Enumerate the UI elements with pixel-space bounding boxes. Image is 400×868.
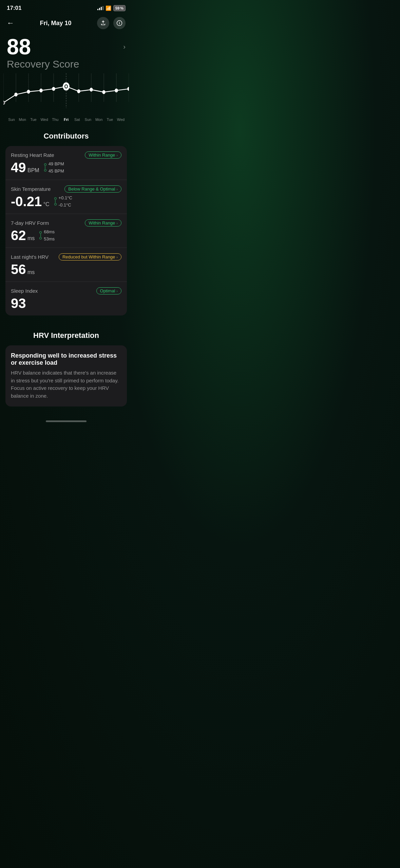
- sleep-value: 93: [11, 296, 26, 311]
- lasthrv-unit: ms: [27, 269, 35, 275]
- nav-title: Fri, May 10: [40, 20, 71, 27]
- chart-day-2: Tue: [28, 117, 39, 122]
- battery-icon: 59 %: [113, 5, 126, 11]
- contributor-name-lasthrv: Last night's HRV: [11, 254, 49, 260]
- share-button[interactable]: [97, 17, 109, 29]
- signal-icon: [97, 6, 103, 10]
- chart-day-8: Mon: [94, 117, 104, 122]
- badge-chevron-rhr: ›: [116, 153, 118, 157]
- hrv-sub1: 68ms: [44, 229, 55, 234]
- svg-point-13: [15, 93, 17, 96]
- badge-sleep: Optimal ›: [96, 287, 121, 294]
- hrv-title: HRV Interpretation: [5, 331, 127, 340]
- score-left: 88 Recovery Score: [7, 36, 79, 70]
- rhr-sub1: 49 BPM: [49, 161, 64, 166]
- badge-st: Below Range & Optimal ›: [64, 185, 121, 193]
- nav-actions: [97, 17, 126, 29]
- back-button[interactable]: ←: [7, 19, 14, 28]
- chart-day-5: Fri: [61, 117, 72, 122]
- badge-chevron-sleep: ›: [116, 289, 118, 293]
- home-indicator: [0, 415, 132, 427]
- contributors-title: Contributors: [5, 132, 127, 141]
- lasthrv-value: 56: [11, 262, 26, 277]
- status-time: 17:01: [7, 5, 21, 12]
- hrv-card: Responding well to increased stress or e…: [5, 345, 127, 406]
- st-sub1: +0.1°C: [59, 195, 72, 200]
- chart-day-7: Sun: [82, 117, 93, 122]
- contributor-last-hrv[interactable]: Last night's HRV Reduced but Within Rang…: [5, 248, 127, 282]
- chart-day-0: Sun: [6, 117, 17, 122]
- info-button[interactable]: [113, 17, 126, 29]
- badge-chevron-hrv: ›: [116, 221, 118, 225]
- rhr-sub2: 45 BPM: [49, 168, 64, 174]
- chart-section: Sun Mon Tue Wed Thu Fri Sat Sun Mon Tue …: [0, 70, 132, 122]
- chart-day-3: Wed: [39, 117, 50, 122]
- contributor-name-hrv: 7-day HRV Form: [11, 220, 49, 226]
- chart-day-6: Sat: [72, 117, 82, 122]
- svg-point-19: [65, 85, 67, 88]
- st-sub2: -0.1°C: [59, 202, 72, 207]
- svg-point-22: [102, 90, 105, 94]
- dot-group-rhr: [44, 163, 46, 171]
- badge-hrv: Within Range ›: [85, 219, 121, 227]
- hrv-value: 62: [11, 228, 26, 243]
- contributors-card: Resting Heart Rate Within Range › 49 BPM: [5, 146, 127, 315]
- status-bar: 17:01 📶 59 %: [0, 0, 132, 14]
- svg-point-20: [77, 90, 80, 93]
- chart-day-9: Tue: [104, 117, 115, 122]
- chart-day-1: Mon: [17, 117, 28, 122]
- badge-lasthrv: Reduced but Within Range ›: [59, 253, 121, 260]
- contributor-sleep-index[interactable]: Sleep Index Optimal › 93: [5, 282, 127, 315]
- badge-chevron-lasthrv: ›: [116, 255, 118, 259]
- svg-point-12: [3, 101, 5, 105]
- contributors-section: Contributors Resting Heart Rate Within R…: [0, 122, 132, 321]
- dot-group-st: [54, 197, 57, 205]
- badge-rhr: Within Range ›: [85, 151, 121, 159]
- hrv-unit: ms: [27, 235, 35, 241]
- contributor-hrv-form[interactable]: 7-day HRV Form Within Range › 62 ms: [5, 214, 127, 248]
- st-unit: °C: [43, 201, 50, 207]
- status-icons: 📶 59 %: [97, 5, 126, 11]
- contributor-skin-temperature[interactable]: Skin Temperature Below Range & Optimal ›…: [5, 180, 127, 214]
- hrv-card-body: HRV balance indicates that there's an in…: [11, 369, 121, 400]
- svg-point-16: [52, 87, 55, 91]
- wifi-icon: 📶: [106, 5, 111, 11]
- chart-day-4: Thu: [50, 117, 61, 122]
- contributor-name-sleep: Sleep Index: [11, 288, 38, 294]
- hrv-card-heading: Responding well to increased stress or e…: [11, 352, 121, 366]
- hrv-sub2: 53ms: [44, 236, 55, 241]
- svg-point-21: [90, 88, 93, 91]
- contributor-name-rhr: Resting Heart Rate: [11, 152, 54, 158]
- rhr-unit: BPM: [27, 167, 39, 173]
- rhr-value: 49: [11, 160, 26, 175]
- svg-point-14: [27, 90, 30, 93]
- badge-chevron-st: ›: [116, 187, 118, 191]
- svg-point-15: [40, 89, 42, 92]
- svg-point-24: [128, 87, 129, 91]
- score-section: 88 Recovery Score ›: [0, 33, 132, 70]
- hrv-section: HRV Interpretation Responding well to in…: [0, 321, 132, 412]
- dot-group-hrv: [39, 231, 42, 239]
- contributor-resting-heart-rate[interactable]: Resting Heart Rate Within Range › 49 BPM: [5, 146, 127, 180]
- score-label: Recovery Score: [7, 58, 79, 70]
- score-number: 88: [7, 36, 79, 58]
- chart-labels: Sun Mon Tue Wed Thu Fri Sat Sun Mon Tue …: [3, 115, 129, 122]
- chart-day-10: Wed: [115, 117, 126, 122]
- recovery-chart: [3, 73, 129, 114]
- st-value: -0.21: [11, 194, 42, 209]
- contributor-name-st: Skin Temperature: [11, 186, 51, 192]
- svg-point-23: [115, 89, 118, 92]
- nav-bar: ← Fri, May 10: [0, 14, 132, 33]
- score-chevron[interactable]: ›: [123, 43, 126, 51]
- home-bar: [46, 420, 87, 422]
